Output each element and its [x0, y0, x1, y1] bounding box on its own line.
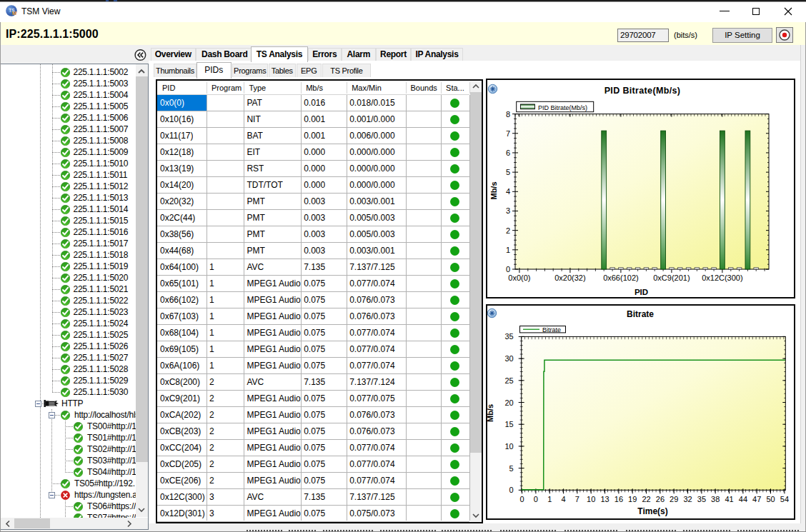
svg-text:Time(s): Time(s) — [637, 506, 667, 516]
svg-text:44: 44 — [739, 495, 747, 503]
svg-text:6: 6 — [506, 149, 510, 157]
svg-text:Bitrate: Bitrate — [542, 326, 561, 333]
svg-text:19: 19 — [628, 495, 637, 503]
svg-text:29: 29 — [670, 495, 678, 503]
svg-text:26: 26 — [656, 495, 665, 503]
svg-text:3: 3 — [506, 206, 510, 215]
svg-text:Mb/s: Mb/s — [489, 181, 498, 199]
svg-text:PID Bitrate(Mb/s): PID Bitrate(Mb/s) — [604, 86, 681, 96]
svg-text:30: 30 — [504, 354, 513, 363]
svg-text:15: 15 — [504, 420, 513, 428]
svg-text:0xC9(201): 0xC9(201) — [653, 273, 690, 282]
svg-text:0x0(0): 0x0(0) — [508, 273, 530, 282]
svg-text:38: 38 — [711, 495, 720, 503]
svg-text:35: 35 — [697, 495, 706, 503]
svg-text:0: 0 — [520, 495, 524, 503]
svg-text:5: 5 — [509, 464, 514, 473]
svg-text:PID Bitrate(Mb/s): PID Bitrate(Mb/s) — [538, 104, 587, 111]
svg-text:35: 35 — [504, 332, 513, 341]
svg-text:0: 0 — [506, 265, 510, 273]
svg-text:0x20(32): 0x20(32) — [554, 273, 585, 282]
svg-text:22: 22 — [642, 495, 650, 503]
svg-text:Mb/s: Mb/s — [486, 404, 494, 422]
svg-text:47: 47 — [752, 495, 761, 503]
svg-text:7: 7 — [575, 495, 579, 503]
svg-text:41: 41 — [725, 495, 733, 503]
svg-text:0: 0 — [534, 495, 538, 503]
svg-text:50: 50 — [766, 495, 775, 503]
svg-text:4: 4 — [506, 187, 510, 196]
svg-text:PID: PID — [635, 288, 648, 296]
svg-text:32: 32 — [683, 495, 692, 503]
svg-text:7: 7 — [506, 129, 510, 138]
svg-text:2: 2 — [506, 226, 510, 235]
svg-text:20: 20 — [504, 398, 513, 407]
svg-text:0x12C(300): 0x12C(300) — [702, 273, 742, 282]
svg-text:54: 54 — [780, 495, 789, 503]
svg-text:1: 1 — [506, 246, 510, 254]
svg-text:5: 5 — [506, 168, 510, 176]
svg-text:0: 0 — [509, 486, 514, 494]
svg-text:16: 16 — [615, 495, 623, 503]
svg-text:10: 10 — [504, 442, 513, 451]
svg-text:1: 1 — [547, 495, 552, 503]
svg-text:25: 25 — [504, 376, 513, 385]
svg-text:4: 4 — [562, 495, 566, 503]
svg-text:Bitrate: Bitrate — [627, 309, 654, 319]
svg-text:M: M — [12, 10, 16, 16]
svg-text:8: 8 — [506, 110, 510, 119]
svg-text:10: 10 — [587, 495, 595, 503]
svg-text:13: 13 — [600, 495, 609, 503]
svg-text:0x66(102): 0x66(102) — [603, 273, 639, 282]
